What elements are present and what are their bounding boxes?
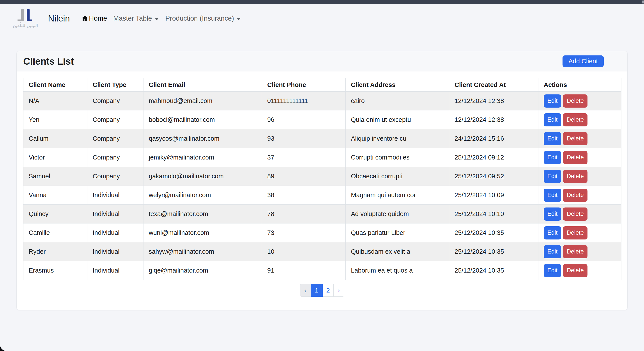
cell-address: Magnam qui autem cor [346, 186, 449, 205]
column-header: Client Name [24, 78, 88, 92]
pagination-page-1[interactable]: 1 [310, 284, 323, 297]
edit-button[interactable]: Edit [544, 226, 561, 240]
cell-created_at: 25/12/2024 10:35 [449, 224, 538, 242]
logo-arabic-caption: النبلين للتأمين [12, 23, 38, 28]
cell-name: Yen [24, 110, 88, 129]
edit-button[interactable]: Edit [544, 208, 561, 221]
add-client-button[interactable]: Add Client [562, 56, 604, 67]
cell-phone: 93 [262, 129, 346, 148]
delete-button[interactable]: Delete [563, 94, 588, 108]
delete-button[interactable]: Delete [563, 226, 588, 240]
cell-name: Samuel [24, 167, 88, 186]
cell-phone: 37 [262, 148, 346, 167]
table-row: RyderIndividualsahyw@mailinator.com10Qui… [24, 242, 622, 261]
table-row: ErasmusIndividualgiqe@mailinator.com91La… [24, 261, 622, 280]
cell-email: welyr@mailinator.com [144, 186, 262, 205]
scrollbar-thumb[interactable] [642, 0, 644, 4]
delete-button[interactable]: Delete [563, 132, 588, 145]
cell-address: Obcaecati corrupti [346, 167, 449, 186]
table-row: QuincyIndividualtexa@mailinator.com78Ad … [24, 205, 622, 224]
cell-actions: EditDelete [538, 242, 622, 261]
clients-card-body: Client NameClient TypeClient EmailClient… [17, 72, 627, 310]
cell-phone: 96 [262, 110, 346, 129]
column-header: Client Type [88, 78, 144, 92]
edit-button[interactable]: Edit [544, 170, 561, 183]
cell-email: qasycos@mailinator.com [144, 129, 262, 148]
cell-actions: EditDelete [538, 148, 622, 167]
table-row: CallumCompanyqasycos@mailinator.com93Ali… [24, 129, 622, 148]
nav-master-table-label: Master Table [113, 14, 152, 22]
pagination-wrap: ‹12› [23, 284, 621, 297]
pagination-previous-button[interactable]: ‹ [300, 284, 311, 297]
clients-table: Client NameClient TypeClient EmailClient… [23, 78, 622, 280]
nav-links: Home Master Table Production (Insurance) [81, 14, 247, 22]
cell-address: Quas pariatur Liber [346, 224, 449, 242]
cell-type: Company [88, 167, 144, 186]
cell-type: Individual [88, 261, 144, 280]
cell-email: sahyw@mailinator.com [144, 242, 262, 261]
cell-name: N/A [24, 92, 88, 110]
cell-email: giqe@mailinator.com [144, 261, 262, 280]
cell-type: Company [88, 92, 144, 110]
nav-item-production[interactable]: Production (Insurance) [166, 14, 241, 22]
cell-address: cairo [346, 92, 449, 110]
delete-button[interactable]: Delete [563, 208, 588, 221]
edit-button[interactable]: Edit [544, 151, 561, 164]
pagination-next-button[interactable]: › [334, 284, 344, 297]
delete-button[interactable]: Delete [563, 264, 588, 277]
cell-name: Vanna [24, 186, 88, 205]
cell-created_at: 12/12/2024 12:38 [449, 92, 538, 110]
cell-name: Camille [24, 224, 88, 242]
edit-button[interactable]: Edit [544, 264, 561, 277]
cell-name: Erasmus [24, 261, 88, 280]
cell-created_at: 25/12/2024 10:09 [449, 186, 538, 205]
cell-phone: 89 [262, 167, 346, 186]
cell-created_at: 25/12/2024 10:35 [449, 242, 538, 261]
table-row: YenCompanyboboci@mailinator.com96Quia en… [24, 110, 622, 129]
cell-phone: 10 [262, 242, 346, 261]
edit-button[interactable]: Edit [544, 94, 561, 108]
logo-mark-icon [12, 9, 38, 21]
cell-phone: 78 [262, 205, 346, 224]
clients-card-header: Clients List Add Client [17, 51, 627, 72]
page: النبلين للتأمين Nilein Home Master Table… [0, 0, 644, 351]
cell-address: Aliquip inventore cu [346, 129, 449, 148]
cell-actions: EditDelete [538, 110, 622, 129]
cell-type: Individual [88, 224, 144, 242]
column-header: Client Phone [262, 78, 346, 92]
cell-actions: EditDelete [538, 186, 622, 205]
cell-name: Victor [24, 148, 88, 167]
edit-button[interactable]: Edit [544, 113, 561, 126]
cell-type: Individual [88, 205, 144, 224]
cell-address: Laborum ea et quos a [346, 261, 449, 280]
clients-card: Clients List Add Client Client NameClien… [16, 51, 628, 310]
cell-actions: EditDelete [538, 261, 622, 280]
nav-item-home[interactable]: Home [81, 14, 107, 22]
cell-email: gakamolo@mailinator.com [144, 167, 262, 186]
edit-button[interactable]: Edit [544, 245, 561, 258]
edit-button[interactable]: Edit [544, 189, 561, 202]
cell-created_at: 25/12/2024 10:35 [449, 261, 538, 280]
pagination-page-2[interactable]: 2 [323, 284, 334, 297]
edit-button[interactable]: Edit [544, 132, 561, 145]
brand-name[interactable]: Nilein [48, 14, 70, 24]
nav-item-master-table[interactable]: Master Table [113, 14, 159, 22]
cell-type: Company [88, 129, 144, 148]
column-header: Actions [538, 78, 622, 92]
cell-phone: 91 [262, 261, 346, 280]
brand-logo[interactable]: النبلين للتأمين [12, 9, 38, 28]
column-header: Client Email [144, 78, 262, 92]
home-icon [81, 15, 88, 22]
column-header: Client Created At [449, 78, 538, 92]
delete-button[interactable]: Delete [563, 151, 588, 164]
cell-created_at: 12/12/2024 12:38 [449, 110, 538, 129]
delete-button[interactable]: Delete [563, 113, 588, 126]
delete-button[interactable]: Delete [563, 245, 588, 258]
cell-address: Corrupti commodi es [346, 148, 449, 167]
pagination: ‹12› [300, 284, 344, 297]
cell-email: mahmoud@email.com [144, 92, 262, 110]
delete-button[interactable]: Delete [563, 170, 588, 183]
cell-type: Company [88, 148, 144, 167]
delete-button[interactable]: Delete [563, 189, 588, 202]
cell-email: texa@mailinator.com [144, 205, 262, 224]
